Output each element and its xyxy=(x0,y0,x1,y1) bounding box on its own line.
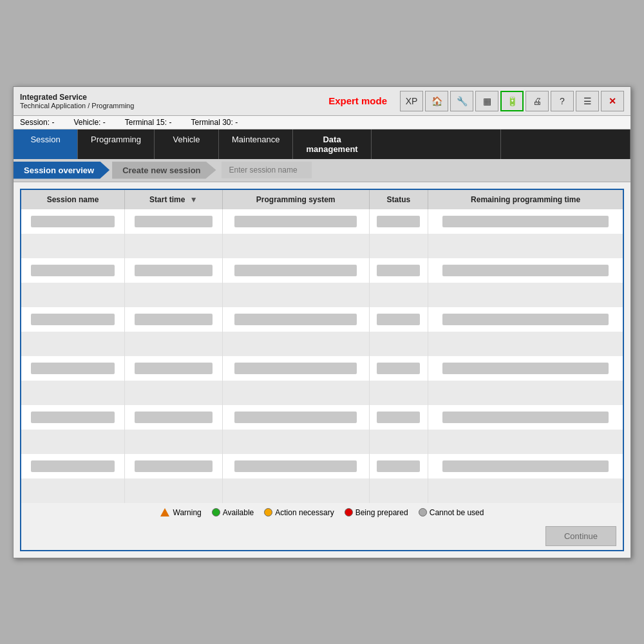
col-programming-system: Programming system xyxy=(222,190,369,209)
table-row[interactable] xyxy=(21,405,623,430)
subtab-session-overview[interactable]: Session overview xyxy=(14,162,109,179)
table-row[interactable] xyxy=(21,478,623,503)
vehicle-status: Vehicle: - xyxy=(73,118,105,127)
available-label: Available xyxy=(223,508,254,517)
col-session-name: Session name xyxy=(21,190,125,209)
sort-icon: ▼ xyxy=(190,195,198,204)
legend: Warning Available Action necessary Being… xyxy=(21,503,623,522)
tab-vehicle[interactable]: Vehicle xyxy=(155,129,219,159)
legend-action-necessary: Action necessary xyxy=(264,508,334,517)
legend-cannot-be-used: Cannot be used xyxy=(419,508,484,517)
app-subtitle: Technical Application / Programming xyxy=(20,102,322,109)
col-status: Status xyxy=(369,190,428,209)
session-table-wrapper: Session name Start time ▼ Programming sy… xyxy=(20,189,624,551)
help-button[interactable]: ? xyxy=(551,91,574,111)
home-button[interactable]: 🏠 xyxy=(425,91,448,111)
table-row[interactable] xyxy=(21,234,623,258)
table-row[interactable] xyxy=(21,454,623,478)
continue-button[interactable]: Continue xyxy=(545,526,616,546)
subtab-create-new-session[interactable]: Create new session xyxy=(112,162,216,179)
table-row[interactable] xyxy=(21,381,623,405)
list-button[interactable]: ☰ xyxy=(576,91,599,111)
print-button[interactable]: 🖨 xyxy=(526,91,549,111)
warning-icon xyxy=(160,508,169,516)
table-row[interactable] xyxy=(21,283,623,307)
header-title: Integrated Service Technical Application… xyxy=(20,93,322,109)
warning-label: Warning xyxy=(173,508,202,517)
tab-maintenance[interactable]: Maintenance xyxy=(219,129,293,159)
tab-programming[interactable]: Programming xyxy=(78,129,155,159)
table-row[interactable] xyxy=(21,307,623,332)
terminal30-status: Terminal 30: - xyxy=(191,118,238,127)
expert-mode-label: Expert mode xyxy=(328,95,387,106)
being-prepared-dot xyxy=(345,508,353,516)
status-bar: Session: - Vehicle: - Terminal 15: - Ter… xyxy=(14,116,630,129)
tab-empty2 xyxy=(501,129,630,159)
grid-button[interactable]: ▦ xyxy=(475,91,498,111)
action-necessary-label: Action necessary xyxy=(275,508,334,517)
tools-button[interactable]: 🔧 xyxy=(450,91,473,111)
terminal15-status: Terminal 15: - xyxy=(125,118,172,127)
nav-tabs: Session Programming Vehicle Maintenance … xyxy=(14,129,630,159)
action-necessary-dot xyxy=(264,508,272,516)
col-remaining-time: Remaining programming time xyxy=(428,190,623,209)
header: Integrated Service Technical Application… xyxy=(14,87,630,116)
cannot-be-used-label: Cannot be used xyxy=(430,508,484,517)
main-content: Session name Start time ▼ Programming sy… xyxy=(14,182,630,558)
table-row[interactable] xyxy=(21,209,623,234)
toolbar: XP 🏠 🔧 ▦ 🔋 🖨 ? ☰ ✕ xyxy=(400,91,624,111)
table-row[interactable] xyxy=(21,332,623,356)
table-row[interactable] xyxy=(21,258,623,283)
app-window: Integrated Service Technical Application… xyxy=(13,86,631,558)
battery-button[interactable]: 🔋 xyxy=(500,91,524,111)
table-row[interactable] xyxy=(21,356,623,381)
available-dot xyxy=(212,508,220,516)
session-status: Session: - xyxy=(20,118,54,127)
sub-tabs: Session overview Create new session xyxy=(14,159,630,182)
app-name: Integrated Service xyxy=(20,93,322,102)
tab-empty1 xyxy=(372,129,501,159)
legend-being-prepared: Being prepared xyxy=(345,508,408,517)
xp-button[interactable]: XP xyxy=(400,91,423,111)
close-button[interactable]: ✕ xyxy=(601,91,624,111)
being-prepared-label: Being prepared xyxy=(355,508,408,517)
bottom-bar: Continue xyxy=(21,522,623,550)
legend-warning: Warning xyxy=(160,508,202,517)
tab-data-management[interactable]: Datamanagement xyxy=(293,129,371,159)
cannot-be-used-dot xyxy=(419,508,427,516)
session-name-input[interactable] xyxy=(222,162,312,178)
col-start-time[interactable]: Start time ▼ xyxy=(125,190,223,209)
session-table: Session name Start time ▼ Programming sy… xyxy=(21,190,623,503)
legend-available: Available xyxy=(212,508,254,517)
table-row[interactable] xyxy=(21,430,623,454)
tab-session[interactable]: Session xyxy=(14,129,78,159)
